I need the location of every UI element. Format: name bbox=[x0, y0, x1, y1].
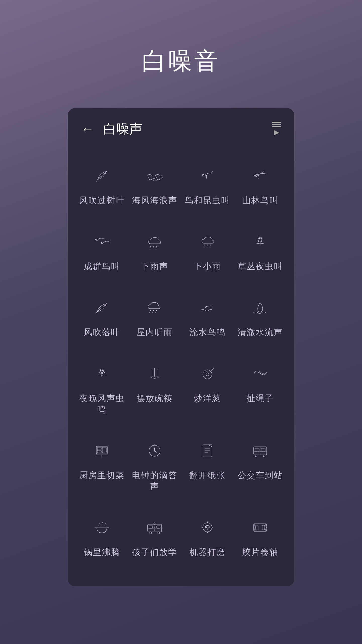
sound-label-night-wind-insects: 夜晚风声虫鸣 bbox=[78, 393, 126, 415]
svg-rect-49 bbox=[254, 447, 267, 455]
svg-point-80 bbox=[265, 529, 266, 531]
svg-line-14 bbox=[257, 243, 260, 244]
svg-point-76 bbox=[254, 527, 255, 528]
sound-icon-bird-insects bbox=[196, 164, 219, 187]
sound-item-film-reel[interactable]: 胶片卷轴 bbox=[234, 505, 287, 571]
sound-item-wind-fall-leaves[interactable]: 风吹落叶 bbox=[75, 285, 128, 351]
sound-label-night-insects: 草丛夜虫叫 bbox=[238, 261, 283, 272]
sound-icon-kitchen-chop bbox=[90, 439, 113, 462]
main-card: ← 白噪声 ▶ 风吹过树叶 海风海浪声 鸟和昆虫叫 山林鸟 bbox=[68, 108, 294, 586]
sound-item-machine-grind[interactable]: 机器打磨 bbox=[181, 505, 234, 571]
sound-label-flock-birds: 成群鸟叫 bbox=[84, 261, 120, 272]
sound-item-bird-insects[interactable]: 鸟和昆虫叫 bbox=[181, 153, 234, 219]
svg-point-3 bbox=[101, 242, 102, 243]
sound-item-bowls[interactable]: 摆放碗筷 bbox=[128, 351, 181, 428]
sound-item-night-insects[interactable]: 草丛夜虫叫 bbox=[234, 219, 287, 285]
sound-item-sea-waves[interactable]: 海风海浪声 bbox=[128, 153, 181, 219]
sound-item-pot-boil[interactable]: 锅里沸腾 bbox=[75, 505, 128, 571]
svg-line-12 bbox=[257, 241, 260, 242]
sound-label-machine-grind: 机器打磨 bbox=[189, 547, 225, 558]
sound-item-flock-birds[interactable]: 成群鸟叫 bbox=[75, 219, 128, 285]
svg-line-13 bbox=[260, 241, 263, 242]
sound-item-clear-water[interactable]: 清澈水流声 bbox=[234, 285, 287, 351]
header-left: ← 白噪声 bbox=[81, 120, 142, 138]
svg-point-63 bbox=[150, 532, 152, 534]
svg-point-64 bbox=[158, 532, 160, 534]
svg-rect-60 bbox=[149, 526, 153, 528]
svg-rect-40 bbox=[102, 447, 106, 453]
sound-label-clear-water: 清澈水流声 bbox=[238, 327, 283, 338]
sound-label-rain: 下雨声 bbox=[141, 261, 168, 272]
sound-icon-light-rain bbox=[196, 230, 219, 253]
sound-item-stream-birds[interactable]: 流水鸟鸣 bbox=[181, 285, 234, 351]
sound-label-film-reel: 胶片卷轴 bbox=[242, 547, 278, 558]
sound-icon-machine-grind bbox=[196, 516, 219, 539]
playlist-button[interactable]: ▶ bbox=[272, 122, 281, 136]
svg-point-53 bbox=[255, 455, 257, 457]
svg-rect-51 bbox=[261, 448, 265, 451]
sound-icon-forest-birds bbox=[249, 164, 272, 187]
sound-icon-fry-onion bbox=[196, 362, 219, 385]
sound-icon-paper bbox=[196, 439, 219, 462]
sound-label-wind-leaves: 风吹过树叶 bbox=[79, 195, 124, 206]
sound-item-school-out[interactable]: 孩子们放学 bbox=[128, 505, 181, 571]
sound-icon-rain bbox=[143, 230, 166, 253]
sound-label-indoor-rain: 屋内听雨 bbox=[137, 327, 173, 338]
sound-item-indoor-rain[interactable]: 屋内听雨 bbox=[128, 285, 181, 351]
sound-grid: 风吹过树叶 海风海浪声 鸟和昆虫叫 山林鸟叫 成群鸟叫 下雨声 下小雨 bbox=[68, 148, 294, 571]
svg-point-54 bbox=[263, 455, 265, 457]
sound-label-light-rain: 下小雨 bbox=[194, 261, 221, 272]
svg-rect-38 bbox=[97, 447, 101, 450]
svg-point-21 bbox=[206, 306, 207, 307]
sound-label-paper: 翻开纸张 bbox=[189, 470, 225, 481]
svg-line-26 bbox=[98, 375, 102, 375]
sound-icon-flock-birds bbox=[90, 230, 113, 253]
sound-icon-stream-birds bbox=[196, 296, 219, 318]
sound-icon-clock bbox=[143, 439, 166, 462]
svg-line-8 bbox=[207, 245, 207, 247]
svg-line-35 bbox=[210, 368, 214, 371]
svg-point-16 bbox=[259, 238, 260, 239]
sound-label-rope: 扯绳子 bbox=[247, 393, 274, 404]
svg-point-44 bbox=[154, 450, 155, 451]
svg-rect-45 bbox=[203, 445, 212, 457]
sound-label-bowls: 摆放碗筷 bbox=[137, 393, 173, 404]
sound-icon-school-out bbox=[143, 516, 166, 539]
svg-line-27 bbox=[102, 375, 105, 375]
svg-point-66 bbox=[203, 523, 212, 532]
svg-line-18 bbox=[150, 310, 151, 313]
svg-point-17 bbox=[261, 238, 262, 239]
sound-item-wind-leaves[interactable]: 风吹过树叶 bbox=[75, 153, 128, 219]
sound-item-rope[interactable]: 扯绳子 bbox=[234, 351, 287, 428]
svg-point-77 bbox=[254, 529, 255, 531]
sound-item-light-rain[interactable]: 下小雨 bbox=[181, 219, 234, 285]
svg-point-36 bbox=[206, 373, 209, 376]
sound-icon-clear-water bbox=[249, 296, 272, 318]
sound-item-clock[interactable]: 电钟的滴答声 bbox=[128, 428, 181, 505]
card-title: 白噪声 bbox=[103, 120, 142, 138]
svg-point-28 bbox=[100, 370, 101, 371]
sound-item-kitchen-chop[interactable]: 厨房里切菜 bbox=[75, 428, 128, 505]
sound-item-fry-onion[interactable]: 炒洋葱 bbox=[181, 351, 234, 428]
sound-label-kitchen-chop: 厨房里切菜 bbox=[79, 470, 124, 481]
sound-icon-night-insects bbox=[249, 230, 272, 253]
sound-label-sea-waves: 海风海浪声 bbox=[132, 195, 177, 206]
sound-label-pot-boil: 锅里沸腾 bbox=[84, 547, 120, 558]
back-button[interactable]: ← bbox=[81, 123, 94, 136]
sound-item-paper[interactable]: 翻开纸张 bbox=[181, 428, 234, 505]
sound-item-night-wind-insects[interactable]: 夜晚风声虫鸣 bbox=[75, 351, 128, 428]
sound-item-forest-birds[interactable]: 山林鸟叫 bbox=[234, 153, 287, 219]
svg-rect-61 bbox=[157, 526, 160, 528]
sound-label-fry-onion: 炒洋葱 bbox=[194, 393, 221, 404]
sound-icon-sea-waves bbox=[143, 164, 166, 187]
sound-icon-wind-leaves bbox=[90, 164, 113, 187]
svg-rect-74 bbox=[262, 525, 265, 530]
page-title: 白噪音 bbox=[142, 45, 220, 78]
sound-icon-pot-boil bbox=[90, 516, 113, 539]
svg-line-19 bbox=[153, 310, 154, 313]
sound-label-bus: 公交车到站 bbox=[238, 470, 283, 481]
svg-rect-39 bbox=[97, 450, 101, 453]
sound-item-bus[interactable]: 公交车到站 bbox=[234, 428, 287, 505]
svg-point-1 bbox=[255, 175, 256, 176]
sound-item-rain[interactable]: 下雨声 bbox=[128, 219, 181, 285]
